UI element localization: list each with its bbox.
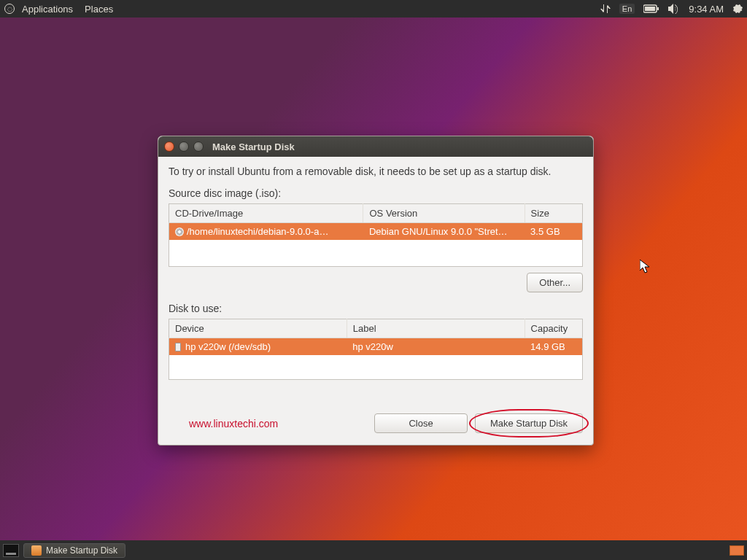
titlebar[interactable]: Make Startup Disk [158,136,593,157]
col-image[interactable]: CD-Drive/Image [169,204,363,223]
col-capacity[interactable]: Capacity [525,319,582,338]
col-os[interactable]: OS Version [363,204,525,223]
disk-table[interactable]: Device Label Capacity hp v220w (/dev/sdb… [169,319,583,381]
source-os: Debian GNU/Linux 9.0.0 "Stret… [363,223,525,241]
other-button[interactable]: Other... [527,273,583,292]
cd-icon [175,228,184,236]
disk-label: Disk to use: [169,303,583,314]
bottom-taskbar: Make Startup Disk [0,540,747,560]
ubuntu-logo-icon: ◌ [4,4,15,14]
source-table[interactable]: CD-Drive/Image OS Version Size /home/lin… [169,203,583,267]
instruction-text: To try or install Ubuntu from a removabl… [169,166,583,177]
source-label: Source disc image (.iso): [169,187,583,199]
mouse-cursor-icon [640,260,650,274]
source-image-path: /home/linuxtechi/debian-9.0.0-a… [187,226,328,237]
col-size[interactable]: Size [525,204,582,223]
disk-capacity: 14.9 GB [525,338,582,355]
close-button[interactable]: Close [374,413,468,433]
svg-rect-1 [645,7,655,11]
keyboard-layout-indicator[interactable]: En [619,4,635,14]
minimize-icon[interactable] [179,141,189,152]
maximize-icon[interactable] [193,141,204,152]
gear-icon[interactable] [732,4,743,14]
clock[interactable]: 9:34 AM [689,4,724,15]
watermark-text: www.linuxtechi.com [189,418,278,429]
workspace-switcher[interactable] [729,545,744,556]
disk-label-cell: hp v220w [347,338,525,355]
svg-rect-2 [657,7,659,10]
network-icon[interactable] [600,4,611,14]
disk-row-selected[interactable]: hp v220w (/dev/sdb) hp v220w 14.9 GB [169,338,583,355]
taskbar-item-make-startup-disk[interactable]: Make Startup Disk [23,543,125,558]
top-menubar: ◌ Applications Places En 9:34 AM [0,0,747,18]
window-title: Make Startup Disk [212,141,295,152]
usb-icon [175,343,181,351]
disk-device: hp v220w (/dev/sdb) [185,341,271,352]
source-size: 3.5 GB [525,223,582,241]
make-startup-disk-button[interactable]: Make Startup Disk [475,413,583,433]
menu-places[interactable]: Places [80,4,117,15]
app-icon [31,545,42,556]
menu-applications[interactable]: Applications [18,4,77,15]
battery-icon[interactable] [643,4,659,13]
col-label[interactable]: Label [347,319,525,338]
col-device[interactable]: Device [169,319,347,338]
close-icon[interactable] [164,141,174,152]
source-row-selected[interactable]: /home/linuxtechi/debian-9.0.0-a… Debian … [169,223,583,241]
volume-icon[interactable] [668,4,680,14]
taskbar-item-label: Make Startup Disk [46,545,117,556]
show-desktop-button[interactable] [3,544,19,557]
make-startup-disk-window: Make Startup Disk To try or install Ubun… [158,136,594,446]
